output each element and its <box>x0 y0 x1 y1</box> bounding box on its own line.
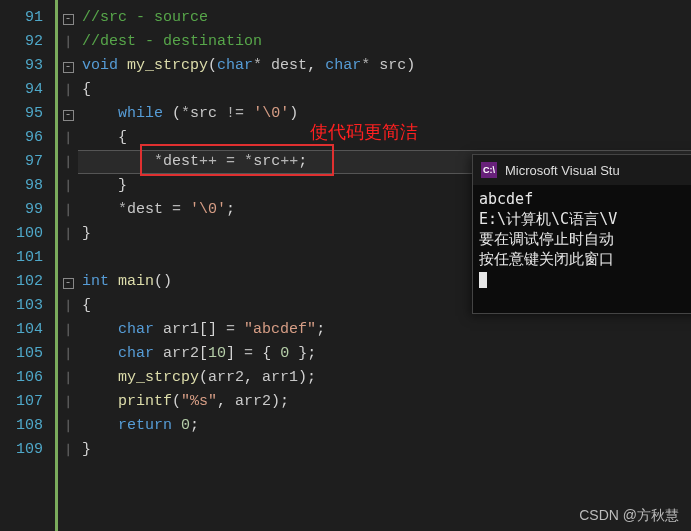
console-window[interactable]: C:\ Microsoft Visual Stu abcdef E:\计算机\C… <box>472 154 691 314</box>
fold-toggle-icon[interactable]: - <box>63 62 74 73</box>
line-number-gutter: 91 92 93 94 95 96 97 98 99 100 101 102 1… <box>0 0 55 531</box>
comment: //src - source <box>82 9 208 26</box>
line-number: 101 <box>0 246 55 270</box>
keyword: void <box>82 57 118 74</box>
line-number: 94 <box>0 78 55 102</box>
console-cursor <box>479 272 487 288</box>
line-number: 109 <box>0 438 55 462</box>
line-number: 105 <box>0 342 55 366</box>
line-number: 106 <box>0 366 55 390</box>
fold-toggle-icon[interactable]: - <box>63 110 74 121</box>
console-output: abcdef E:\计算机\C语言\V 要在调试停止时自动 按任意键关闭此窗口 <box>473 185 691 313</box>
line-number: 92 <box>0 30 55 54</box>
annotation-text: 使代码更简洁 <box>310 120 418 144</box>
line-number: 93 <box>0 54 55 78</box>
line-number: 107 <box>0 390 55 414</box>
comment: //dest - destination <box>82 33 262 50</box>
fold-column: - │ - │ - │ │ │ │ │ - │ │ │ │ │ │ │ <box>55 0 78 531</box>
function-name: my_strcpy <box>127 57 208 74</box>
line-number: 102 <box>0 270 55 294</box>
vs-icon: C:\ <box>481 162 497 178</box>
line-number: 108 <box>0 414 55 438</box>
watermark: CSDN @方秋慧 <box>579 507 679 525</box>
line-number: 104 <box>0 318 55 342</box>
fold-toggle-icon[interactable]: - <box>63 14 74 25</box>
fold-toggle-icon[interactable]: - <box>63 278 74 289</box>
line-number: 103 <box>0 294 55 318</box>
line-number: 96 <box>0 126 55 150</box>
line-number: 91 <box>0 6 55 30</box>
console-titlebar[interactable]: C:\ Microsoft Visual Stu <box>473 155 691 185</box>
line-number: 99 <box>0 198 55 222</box>
console-title: Microsoft Visual Stu <box>505 163 620 178</box>
line-number: 95 <box>0 102 55 126</box>
line-number: 98 <box>0 174 55 198</box>
line-number: 97 <box>0 150 55 174</box>
line-number: 100 <box>0 222 55 246</box>
